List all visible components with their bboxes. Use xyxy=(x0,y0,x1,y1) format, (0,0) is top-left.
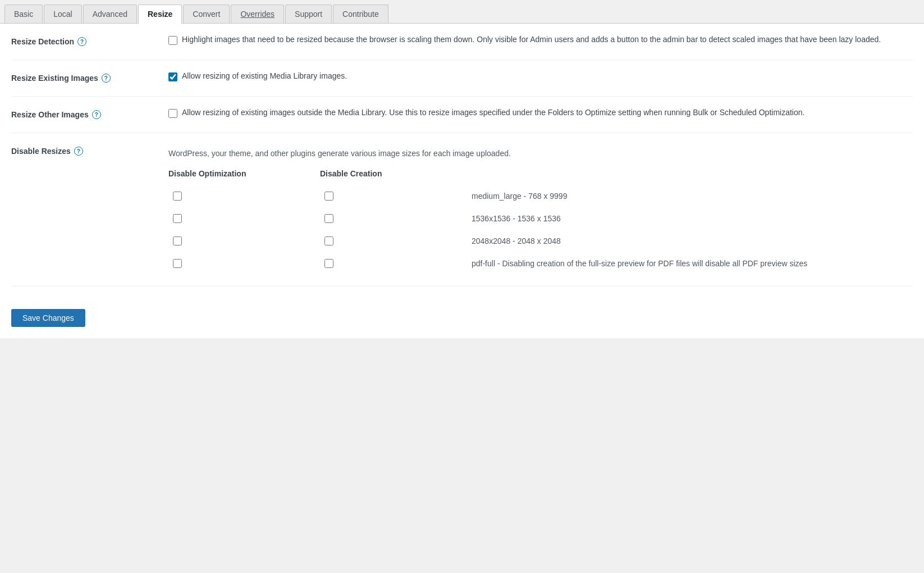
resize-table: Disable Optimization Disable Creation me… xyxy=(168,167,913,275)
resize-existing-label: Resize Existing Images ? xyxy=(11,71,168,85)
opt-checkbox-medium_large[interactable] xyxy=(173,192,182,201)
resize-other-checkbox-row: Allow resizing of existing images outsid… xyxy=(168,108,913,118)
resize-detection-checkbox-row: Highlight images that need to be resized… xyxy=(168,35,913,45)
resize-detection-control: Highlight images that need to be resized… xyxy=(168,35,913,45)
cre-checkbox-medium_large[interactable] xyxy=(324,192,333,201)
resize-row-label-medium_large: medium_large - 768 x 9999 xyxy=(472,192,913,201)
resize-other-control: Allow resizing of existing images outsid… xyxy=(168,108,913,118)
resize-other-label: Resize Other Images ? xyxy=(11,108,168,121)
resize-table-row-pdf_full: pdf-full - Disabling creation of the ful… xyxy=(168,252,913,275)
cre-checkbox-2048x2048[interactable] xyxy=(324,237,333,245)
disable-resizes-help-icon[interactable]: ? xyxy=(74,147,83,156)
tab-contribute[interactable]: Contribute xyxy=(333,4,388,23)
resize-existing-help-icon[interactable]: ? xyxy=(102,74,111,83)
disable-resizes-text: Disable Resizes xyxy=(11,147,71,156)
resize-row-label-pdf_full: pdf-full - Disabling creation of the ful… xyxy=(472,259,913,268)
resize-other-help-icon[interactable]: ? xyxy=(92,110,101,119)
tab-overrides[interactable]: Overrides xyxy=(231,4,284,23)
col-creation-header: Disable Creation xyxy=(320,169,472,178)
resize-other-text: Resize Other Images xyxy=(11,110,89,119)
resize-row-label-2048x2048: 2048x2048 - 2048 x 2048 xyxy=(472,237,913,245)
resize-detection-checkbox[interactable] xyxy=(168,36,177,45)
resize-detection-help-icon[interactable]: ? xyxy=(77,37,86,46)
disable-resizes-description: WordPress, your theme, and other plugins… xyxy=(168,149,913,158)
opt-cell-1536x1536 xyxy=(168,214,320,223)
resize-other-row: Resize Other Images ? Allow resizing of … xyxy=(11,97,913,133)
tab-convert[interactable]: Convert xyxy=(183,4,230,23)
resize-detection-label: Resize Detection ? xyxy=(11,35,168,48)
tab-basic[interactable]: Basic xyxy=(4,4,43,23)
save-bar: Save Changes xyxy=(11,298,913,338)
main-content: Resize Detection ? Highlight images that… xyxy=(0,24,924,338)
resize-existing-row: Resize Existing Images ? Allow resizing … xyxy=(11,60,913,97)
opt-cell-medium_large xyxy=(168,192,320,201)
disable-resizes-label: Disable Resizes ? xyxy=(11,144,168,158)
resize-table-row-1536x1536: 1536x1536 - 1536 x 1536 xyxy=(168,207,913,230)
opt-cell-2048x2048 xyxy=(168,237,320,245)
resize-existing-checkbox-row: Allow resizing of existing Media Library… xyxy=(168,71,913,81)
tab-local[interactable]: Local xyxy=(44,4,81,23)
disable-resizes-row: Disable Resizes ? WordPress, your theme,… xyxy=(11,133,913,286)
tab-resize[interactable]: Resize xyxy=(138,4,182,24)
col-optimization-header: Disable Optimization xyxy=(168,169,320,178)
save-changes-button[interactable]: Save Changes xyxy=(11,309,85,327)
resize-detection-text: Resize Detection xyxy=(11,37,74,46)
cre-cell-1536x1536 xyxy=(320,214,472,223)
opt-checkbox-1536x1536[interactable] xyxy=(173,214,182,223)
tabs-bar: BasicLocalAdvancedResizeConvertOverrides… xyxy=(0,0,924,24)
cre-cell-medium_large xyxy=(320,192,472,201)
col-size-header xyxy=(472,169,913,178)
resize-table-header: Disable Optimization Disable Creation xyxy=(168,167,913,185)
opt-checkbox-pdf_full[interactable] xyxy=(173,259,182,268)
resize-existing-text: Resize Existing Images xyxy=(11,74,98,83)
disable-resizes-control: WordPress, your theme, and other plugins… xyxy=(168,149,913,275)
resize-table-row-2048x2048: 2048x2048 - 2048 x 2048 xyxy=(168,230,913,252)
opt-cell-pdf_full xyxy=(168,259,320,268)
tab-support[interactable]: Support xyxy=(285,4,332,23)
resize-table-row-medium_large: medium_large - 768 x 9999 xyxy=(168,185,913,207)
resize-row-label-1536x1536: 1536x1536 - 1536 x 1536 xyxy=(472,214,913,223)
cre-cell-2048x2048 xyxy=(320,237,472,245)
resize-detection-description: Highlight images that need to be resized… xyxy=(182,35,881,44)
opt-checkbox-2048x2048[interactable] xyxy=(173,237,182,245)
cre-checkbox-pdf_full[interactable] xyxy=(324,259,333,268)
resize-detection-row: Resize Detection ? Highlight images that… xyxy=(11,24,913,60)
tab-advanced[interactable]: Advanced xyxy=(83,4,137,23)
resize-other-checkbox[interactable] xyxy=(168,109,177,118)
cre-cell-pdf_full xyxy=(320,259,472,268)
cre-checkbox-1536x1536[interactable] xyxy=(324,214,333,223)
resize-existing-control: Allow resizing of existing Media Library… xyxy=(168,71,913,81)
resize-existing-checkbox[interactable] xyxy=(168,72,177,81)
resize-other-description: Allow resizing of existing images outsid… xyxy=(182,108,804,117)
resize-existing-description: Allow resizing of existing Media Library… xyxy=(182,71,347,80)
